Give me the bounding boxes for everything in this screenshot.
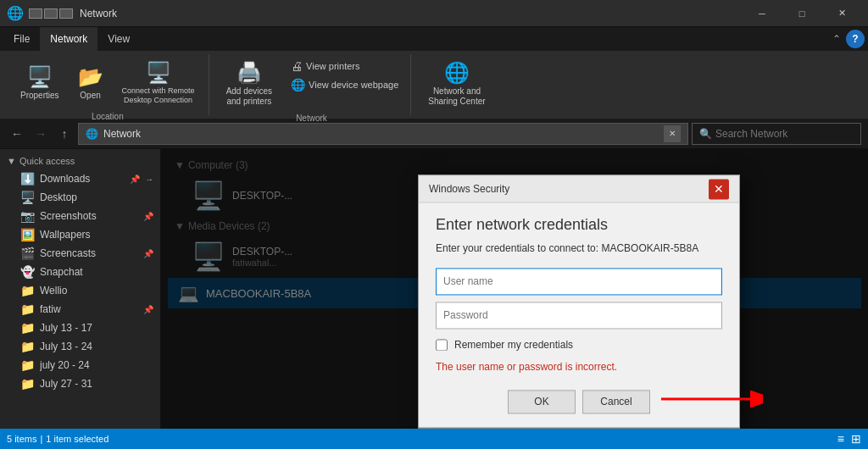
username-field-wrapper[interactable] xyxy=(436,268,722,295)
maximize-btn[interactable]: □ xyxy=(782,0,821,27)
quick-access-section: ▼ Quick access ⬇️ Downloads 📌 → 🖥️ Deskt… xyxy=(0,152,160,393)
sidebar-item-wellio[interactable]: 📁 Wellio xyxy=(0,281,160,300)
sidebar-item-july13-24[interactable]: 📁 July 13 - 24 xyxy=(0,337,160,356)
ribbon-open-btn[interactable]: 📂 Open xyxy=(70,62,112,104)
ribbon-view-webpage-btn[interactable]: 🌐 View device webpage xyxy=(286,76,403,93)
up-btn[interactable]: ↑ xyxy=(54,124,75,144)
cancel-button[interactable]: Cancel xyxy=(582,390,650,413)
fatiw-icon: 📁 xyxy=(20,302,35,316)
downloads-icon: ⬇️ xyxy=(20,172,35,186)
view-toggle-1[interactable]: ≡ xyxy=(837,432,844,446)
content-area: ▼ Computer (3) 🖥️ DESKTOP-... ▼ Media De… xyxy=(161,149,868,429)
ribbon-add-devices-btn[interactable]: 🖨️ Add devicesand printers xyxy=(220,58,279,110)
add-devices-icon: 🖨️ xyxy=(236,61,262,85)
status-right: ≡ ⊞ xyxy=(837,432,861,446)
title-bar: 🌐 Network ─ □ ✕ xyxy=(0,0,868,27)
quick-access-header[interactable]: ▼ Quick access xyxy=(0,152,160,169)
sharing-center-icon: 🌐 xyxy=(444,61,470,85)
folder-icon-2: 📁 xyxy=(20,340,35,353)
ribbon-view-printers-btn[interactable]: 🖨 View printers xyxy=(286,58,403,75)
search-icon: 🔍 xyxy=(699,128,712,140)
minimize-btn[interactable]: ─ xyxy=(743,0,782,27)
snapchat-icon: 👻 xyxy=(20,265,35,279)
folder-icon-4: 📁 xyxy=(20,377,35,391)
search-box[interactable]: 🔍 xyxy=(692,123,861,145)
status-bar: 5 items | 1 item selected ≡ ⊞ xyxy=(0,429,868,449)
undo-btn[interactable] xyxy=(59,8,73,19)
back-btn[interactable]: ← xyxy=(7,124,27,144)
open-icon: 📂 xyxy=(78,65,103,89)
error-message: The user name or password is incorrect. xyxy=(436,361,722,373)
clear-path-btn[interactable]: ✕ xyxy=(664,125,681,142)
collapse-icon: ▼ xyxy=(7,156,16,166)
dialog-title-text: Windows Security xyxy=(429,183,709,195)
ribbon-tabs: File Network View ⌃ ? xyxy=(0,27,868,51)
dialog-titlebar: Windows Security ✕ xyxy=(419,175,739,202)
path-icon: 🌐 xyxy=(86,128,98,140)
remote-icon: 🖥️ xyxy=(146,61,171,85)
properties-icon: 🖥️ xyxy=(27,65,53,89)
quick-access-label: Quick access xyxy=(19,156,75,166)
remember-label[interactable]: Remember my credentials xyxy=(454,339,573,351)
sidebar-item-july20-24[interactable]: 📁 july 20 - 24 xyxy=(0,356,160,374)
tab-network[interactable]: Network xyxy=(40,27,97,51)
sidebar-item-screenshots[interactable]: 📷 Screenshots 📌 xyxy=(0,207,160,225)
address-path[interactable]: 🌐 Network ✕ xyxy=(78,123,688,145)
help-btn[interactable]: ? xyxy=(846,30,865,48)
ribbon-items-sharing: 🌐 Network andSharing Center xyxy=(421,58,492,110)
sidebar-item-july13-17[interactable]: 📁 July 13 - 17 xyxy=(0,319,160,337)
title-bar-buttons xyxy=(29,8,73,19)
path-text: Network xyxy=(103,128,141,140)
ribbon-group-location-label: Location xyxy=(92,108,124,121)
tab-view[interactable]: View xyxy=(97,27,140,51)
ribbon-sharing-center-btn[interactable]: 🌐 Network andSharing Center xyxy=(421,58,492,110)
webpage-icon: 🌐 xyxy=(291,78,305,91)
password-field-wrapper[interactable] xyxy=(436,302,722,329)
search-input[interactable] xyxy=(715,128,854,140)
sidebar-item-downloads[interactable]: ⬇️ Downloads 📌 → xyxy=(0,169,160,188)
screenshots-icon: 📷 xyxy=(20,209,35,223)
window-title: Network xyxy=(80,8,743,19)
username-input[interactable] xyxy=(443,275,715,287)
password-input[interactable] xyxy=(443,309,715,321)
folder-icon-1: 📁 xyxy=(20,321,35,335)
ribbon-remote-btn[interactable]: 🖥️ Connect with RemoteDesktop Connection xyxy=(115,58,202,108)
screencasts-icon: 🎬 xyxy=(20,247,35,260)
remember-checkbox[interactable] xyxy=(436,339,448,351)
dialog-heading: Enter network credentials xyxy=(436,216,722,234)
folder-icon-3: 📁 xyxy=(20,358,35,372)
close-btn[interactable]: ✕ xyxy=(822,0,861,27)
ribbon-properties-btn[interactable]: 🖥️ Properties xyxy=(14,62,66,104)
quick-access-btn[interactable] xyxy=(29,8,42,19)
pin-btn[interactable] xyxy=(44,8,58,19)
items-count: 5 items xyxy=(7,434,36,444)
chevron-up-icon[interactable]: ⌃ xyxy=(832,33,841,45)
dialog-close-btn[interactable]: ✕ xyxy=(709,179,729,199)
ok-button[interactable]: OK xyxy=(508,390,576,413)
ribbon-items-network: 🖨️ Add devicesand printers 🖨 View printe… xyxy=(220,58,404,110)
main-area: ▼ Quick access ⬇️ Downloads 📌 → 🖥️ Deskt… xyxy=(0,149,868,429)
ribbon-view-items: 🖨 View printers 🌐 View device webpage xyxy=(286,58,403,93)
sidebar-item-fatiw[interactable]: 📁 fatiw 📌 xyxy=(0,300,160,319)
ribbon-group-sharing: 🌐 Network andSharing Center xyxy=(415,54,498,115)
sidebar-item-july27-31[interactable]: 📁 July 27 - 31 xyxy=(0,374,160,393)
ribbon-items-location: 🖥️ Properties 📂 Open 🖥️ Connect with Rem… xyxy=(14,58,202,108)
printer-icon: 🖨 xyxy=(291,59,303,73)
desktop-icon: 🖥️ xyxy=(20,191,35,204)
sidebar-item-wallpapers[interactable]: 🖼️ Wallpapers xyxy=(0,225,160,244)
view-toggle-2[interactable]: ⊞ xyxy=(851,432,861,446)
sidebar: ▼ Quick access ⬇️ Downloads 📌 → 🖥️ Deskt… xyxy=(0,149,161,429)
window-controls: ─ □ ✕ xyxy=(743,0,861,27)
ribbon-content: 🖥️ Properties 📂 Open 🖥️ Connect with Rem… xyxy=(0,51,868,119)
address-bar: ← → ↑ 🌐 Network ✕ 🔍 xyxy=(0,119,868,149)
sidebar-item-snapchat[interactable]: 👻 Snapchat xyxy=(0,263,160,281)
forward-btn[interactable]: → xyxy=(31,124,51,144)
ribbon-group-network-label: Network xyxy=(296,110,327,123)
sidebar-item-desktop[interactable]: 🖥️ Desktop xyxy=(0,188,160,207)
wellio-icon: 📁 xyxy=(20,284,35,297)
ribbon-group-network: 🖨️ Add devicesand printers 🖨 View printe… xyxy=(213,54,412,115)
dialog-sub-text: Enter your credentials to connect to: MA… xyxy=(436,242,722,254)
sidebar-item-screencasts[interactable]: 🎬 Screencasts 📌 xyxy=(0,244,160,263)
remember-credentials-row: Remember my credentials xyxy=(436,339,722,351)
tab-file[interactable]: File xyxy=(3,27,40,51)
